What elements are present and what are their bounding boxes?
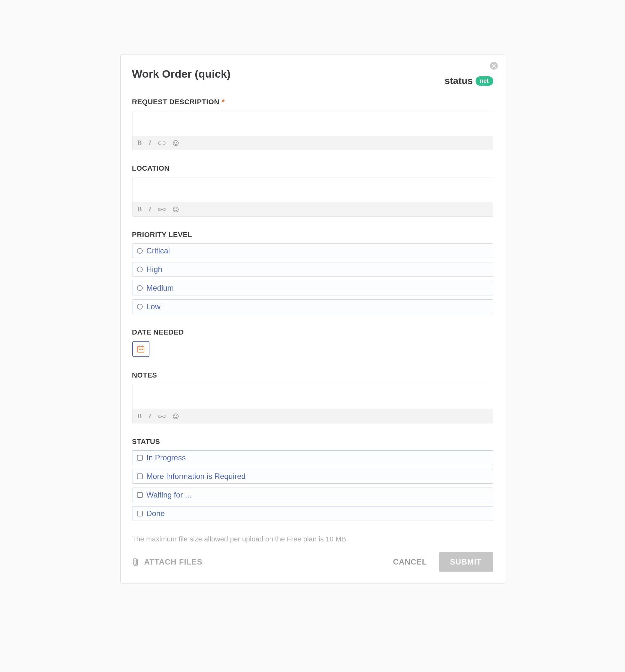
label-request-description: REQUEST DESCRIPTION * bbox=[132, 98, 493, 106]
submit-button[interactable]: SUBMIT bbox=[439, 552, 493, 572]
priority-option-medium[interactable]: Medium bbox=[132, 281, 493, 295]
option-label: More Information is Required bbox=[147, 472, 246, 481]
option-label: Medium bbox=[147, 284, 174, 292]
brand-badge: net bbox=[476, 76, 493, 86]
rte-toolbar: B I bbox=[133, 202, 493, 216]
cancel-button[interactable]: CANCEL bbox=[393, 557, 427, 567]
status-option-more-info[interactable]: More Information is Required bbox=[132, 469, 493, 484]
svg-point-2 bbox=[176, 142, 177, 142]
rte-toolbar: B I bbox=[133, 409, 493, 423]
priority-option-low[interactable]: Low bbox=[132, 299, 493, 314]
required-star-icon: * bbox=[222, 98, 225, 106]
option-label: Waiting for ... bbox=[147, 490, 191, 499]
field-request-description: REQUEST DESCRIPTION * B I bbox=[132, 98, 493, 150]
request-description-input[interactable] bbox=[133, 111, 493, 136]
radio-icon bbox=[137, 285, 143, 291]
status-option-in-progress[interactable]: In Progress bbox=[132, 450, 493, 465]
svg-point-11 bbox=[174, 415, 175, 416]
status-option-done[interactable]: Done bbox=[132, 506, 493, 521]
label-location: LOCATION bbox=[132, 164, 493, 173]
emoji-icon[interactable] bbox=[172, 413, 179, 419]
field-priority: PRIORITY LEVEL Critical High Medium Low bbox=[132, 231, 493, 314]
form-actions: CANCEL SUBMIT bbox=[393, 552, 493, 572]
option-label: Low bbox=[147, 302, 161, 311]
svg-rect-7 bbox=[139, 349, 140, 350]
svg-point-3 bbox=[173, 207, 178, 212]
italic-icon[interactable]: I bbox=[149, 412, 151, 420]
checkbox-icon bbox=[137, 511, 143, 517]
link-icon[interactable] bbox=[159, 414, 166, 418]
form-footer: ATTACH FILES CANCEL SUBMIT bbox=[132, 552, 493, 572]
rte-toolbar: B I bbox=[133, 136, 493, 150]
bold-icon[interactable]: B bbox=[138, 206, 142, 213]
option-label: High bbox=[147, 265, 162, 274]
checkbox-icon bbox=[137, 455, 143, 461]
link-icon[interactable] bbox=[159, 207, 166, 212]
option-label: Done bbox=[147, 509, 165, 518]
attach-label: ATTACH FILES bbox=[144, 557, 203, 567]
status-option-waiting[interactable]: Waiting for ... bbox=[132, 487, 493, 502]
svg-point-5 bbox=[176, 208, 177, 209]
field-status: STATUS In Progress More Information is R… bbox=[132, 437, 493, 521]
label-status: STATUS bbox=[132, 437, 493, 446]
label-notes: NOTES bbox=[132, 371, 493, 380]
rte-location: B I bbox=[132, 177, 493, 217]
rte-request-description: B I bbox=[132, 111, 493, 150]
label-date-needed: DATE NEEDED bbox=[132, 328, 493, 336]
field-date-needed: DATE NEEDED bbox=[132, 328, 493, 357]
svg-point-4 bbox=[174, 208, 175, 209]
close-button[interactable] bbox=[490, 62, 498, 70]
emoji-icon[interactable] bbox=[172, 206, 179, 213]
emoji-icon[interactable] bbox=[172, 140, 179, 146]
label-text: REQUEST DESCRIPTION bbox=[132, 98, 219, 106]
form-header: Work Order (quick) status net bbox=[132, 68, 493, 86]
brand-logo: status net bbox=[444, 75, 493, 86]
paperclip-icon bbox=[132, 557, 139, 567]
field-notes: NOTES B I bbox=[132, 371, 493, 424]
priority-option-critical[interactable]: Critical bbox=[132, 243, 493, 258]
form-title: Work Order (quick) bbox=[132, 68, 231, 80]
location-input[interactable] bbox=[133, 177, 493, 202]
calendar-icon bbox=[137, 345, 145, 353]
radio-icon bbox=[137, 267, 143, 272]
svg-point-0 bbox=[173, 141, 178, 146]
svg-rect-8 bbox=[141, 349, 141, 350]
svg-point-10 bbox=[173, 414, 178, 419]
attach-files-button[interactable]: ATTACH FILES bbox=[132, 557, 203, 567]
italic-icon[interactable]: I bbox=[149, 206, 151, 213]
svg-point-1 bbox=[174, 142, 175, 142]
bold-icon[interactable]: B bbox=[138, 412, 142, 420]
italic-icon[interactable]: I bbox=[149, 139, 151, 147]
link-icon[interactable] bbox=[159, 141, 166, 145]
label-priority: PRIORITY LEVEL bbox=[132, 231, 493, 239]
brand-text: status bbox=[444, 75, 473, 86]
option-label: Critical bbox=[147, 246, 170, 255]
checkbox-icon bbox=[137, 492, 143, 498]
field-location: LOCATION B I bbox=[132, 164, 493, 217]
date-picker-button[interactable] bbox=[132, 341, 149, 357]
rte-notes: B I bbox=[132, 384, 493, 424]
notes-input[interactable] bbox=[133, 384, 493, 409]
radio-icon bbox=[137, 304, 143, 310]
checkbox-icon bbox=[137, 474, 143, 479]
work-order-form: Work Order (quick) status net REQUEST DE… bbox=[120, 54, 505, 583]
svg-rect-9 bbox=[142, 349, 143, 350]
svg-point-12 bbox=[176, 415, 177, 416]
file-size-hint: The maximum file size allowed per upload… bbox=[132, 535, 493, 543]
bold-icon[interactable]: B bbox=[138, 139, 142, 147]
radio-icon bbox=[137, 248, 143, 254]
priority-option-high[interactable]: High bbox=[132, 262, 493, 277]
option-label: In Progress bbox=[147, 453, 186, 462]
